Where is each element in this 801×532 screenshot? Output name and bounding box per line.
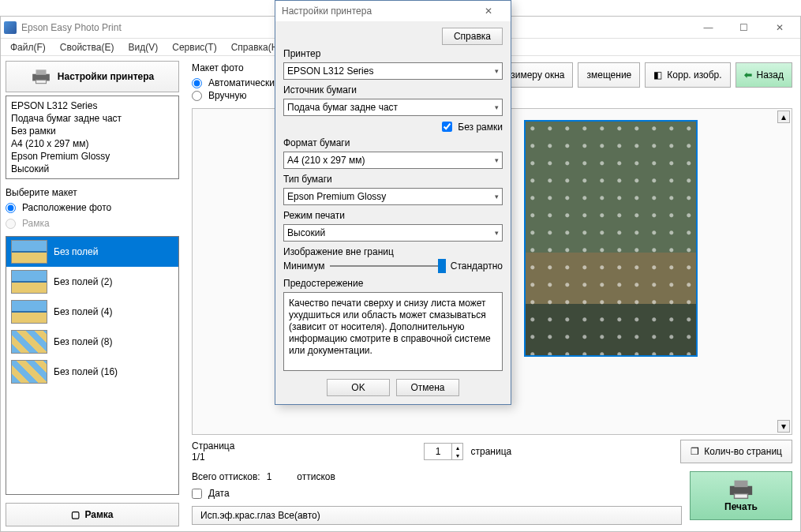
preview-photo xyxy=(526,122,696,355)
frame-button[interactable]: ▢ Рамка xyxy=(6,503,179,526)
image-correction-button[interactable]: ◧Корр. изобр. xyxy=(645,62,730,88)
printer-info-box: EPSON L312 Series Подача бумаг задне час… xyxy=(6,96,179,179)
format-label: Формат бумаги xyxy=(283,137,503,148)
dialog-title: Настройки принтера xyxy=(282,6,372,17)
layout-group-title: Макет фото xyxy=(192,62,275,73)
layout-thumb xyxy=(11,240,47,264)
adjust-icon: ◧ xyxy=(653,69,662,81)
placement-button[interactable]: змещение xyxy=(578,62,640,88)
back-button[interactable]: ⬅Назад xyxy=(735,62,792,88)
layout-item-borderless-8[interactable]: Без полей (8) xyxy=(6,327,178,357)
spinner-down[interactable]: ▾ xyxy=(451,451,462,459)
printer-icon xyxy=(728,479,754,500)
app-icon xyxy=(4,21,17,34)
dialog-title-bar[interactable]: Настройки принтера ✕ xyxy=(275,1,511,21)
total-copies-label: Всего оттисков: xyxy=(192,471,260,482)
page-label: Страница xyxy=(192,440,255,451)
frame-icon: ▢ xyxy=(71,509,80,520)
print-mode-combo[interactable]: Высокий▾ xyxy=(283,224,503,242)
date-checkbox[interactable]: Дата xyxy=(192,487,682,500)
paper-type-combo[interactable]: Epson Premium Glossy▾ xyxy=(283,188,503,205)
radio-manual[interactable]: Вручную xyxy=(192,89,275,102)
arrow-left-icon: ⬅ xyxy=(744,69,752,81)
close-button[interactable]: ✕ xyxy=(762,18,797,37)
info-quality: Высокий xyxy=(11,163,174,175)
layout-thumb xyxy=(11,300,47,324)
menu-file[interactable]: Файл(F) xyxy=(4,40,52,54)
layout-item-borderless-16[interactable]: Без полей (16) xyxy=(6,357,178,387)
info-borderless: Без рамки xyxy=(11,125,174,137)
scroll-up-button[interactable]: ▴ xyxy=(777,111,790,123)
slider-thumb[interactable] xyxy=(438,259,446,273)
cancel-button[interactable]: Отмена xyxy=(396,379,459,396)
info-printer: EPSON L312 Series xyxy=(11,99,174,112)
preview-page[interactable] xyxy=(524,120,698,357)
layout-list[interactable]: Без полей Без полей (2) Без полей (4) Бе… xyxy=(6,236,179,495)
info-paper-type: Epson Premium Glossy xyxy=(11,150,174,163)
layout-item-borderless-1[interactable]: Без полей xyxy=(6,237,178,267)
borderless-checkbox[interactable]: Без рамки xyxy=(283,119,503,134)
chevron-down-icon: ▾ xyxy=(495,103,499,111)
scroll-down-button[interactable]: ▾ xyxy=(777,420,790,433)
chevron-down-icon: ▾ xyxy=(495,156,499,164)
page-value: 1/1 xyxy=(192,451,255,463)
page-spinner-input[interactable] xyxy=(425,444,451,459)
left-panel: Настройки принтера EPSON L312 Series Под… xyxy=(1,56,184,531)
info-format: A4 (210 x 297 мм) xyxy=(11,137,174,150)
total-copies-value: 1 xyxy=(267,471,272,482)
layout-item-borderless-2[interactable]: Без полей (2) xyxy=(6,267,178,297)
page-spinner[interactable]: ▴▾ xyxy=(424,443,463,460)
layout-thumb xyxy=(11,360,47,384)
print-button[interactable]: Печать xyxy=(690,471,792,520)
pages-icon: ❐ xyxy=(691,446,699,457)
layout-thumb xyxy=(11,270,47,294)
overflow-label: Изображение вне границ xyxy=(283,246,503,257)
radio-auto[interactable]: Автоматически xyxy=(192,77,275,89)
maximize-button[interactable]: ☐ xyxy=(726,18,762,37)
printer-settings-dialog: Настройки принтера ✕ Справка Принтер EPS… xyxy=(275,0,511,405)
source-label: Источник бумаги xyxy=(283,84,503,96)
page-unit: страница xyxy=(470,446,511,457)
paper-format-combo[interactable]: A4 (210 x 297 мм)▾ xyxy=(283,152,503,169)
paper-source-combo[interactable]: Подача бумаг задне част▾ xyxy=(283,99,503,116)
svg-rect-2 xyxy=(36,80,46,83)
chevron-down-icon: ▾ xyxy=(495,193,499,200)
menu-view[interactable]: Вид(V) xyxy=(122,40,165,54)
radio-frame: Рамка xyxy=(6,217,179,230)
svg-rect-1 xyxy=(36,69,46,75)
slider-min-label: Минимум xyxy=(283,260,325,272)
printer-label: Принтер xyxy=(283,48,503,59)
printer-settings-label: Настройки принтера xyxy=(58,71,154,82)
chevron-down-icon: ▾ xyxy=(495,229,499,237)
select-layout-label: Выберите макет xyxy=(6,187,179,198)
overflow-slider[interactable] xyxy=(330,265,446,267)
svg-rect-4 xyxy=(735,481,748,488)
info-source: Подача бумаг задне част xyxy=(11,112,174,125)
minimize-button[interactable]: — xyxy=(691,18,726,37)
menu-properties[interactable]: Свойства(E) xyxy=(54,40,121,54)
type-label: Тип бумаги xyxy=(283,174,503,185)
warning-label: Предостережение xyxy=(283,278,503,289)
redeye-button[interactable]: Исп.эф.крас.глаз Все(авто) xyxy=(192,506,682,525)
fit-window-button[interactable]: зимеру окна xyxy=(502,62,573,88)
spinner-up[interactable]: ▴ xyxy=(451,444,462,451)
printer-settings-button[interactable]: Настройки принтера xyxy=(6,61,179,92)
chevron-down-icon: ▾ xyxy=(495,67,499,75)
slider-max-label: Стандартно xyxy=(451,260,503,272)
dialog-close-button[interactable]: ✕ xyxy=(473,6,504,17)
svg-rect-5 xyxy=(735,494,748,499)
printer-combo[interactable]: EPSON L312 Series▾ xyxy=(283,62,503,80)
printer-icon xyxy=(31,69,51,84)
help-button[interactable]: Справка xyxy=(442,28,503,45)
layout-item-borderless-4[interactable]: Без полей (4) xyxy=(6,297,178,327)
warning-text: Качество печати сверху и снизу листа мож… xyxy=(283,292,503,371)
radio-layout-photo[interactable]: Расположение фото xyxy=(6,201,179,214)
layout-thumb xyxy=(11,330,47,354)
copies-unit: оттисков xyxy=(297,471,335,482)
menu-service[interactable]: Сервис(T) xyxy=(166,40,223,54)
page-count-button[interactable]: ❐Колич-во страниц xyxy=(680,440,792,463)
ok-button[interactable]: OK xyxy=(327,379,390,396)
mode-label: Режим печати xyxy=(283,210,503,221)
